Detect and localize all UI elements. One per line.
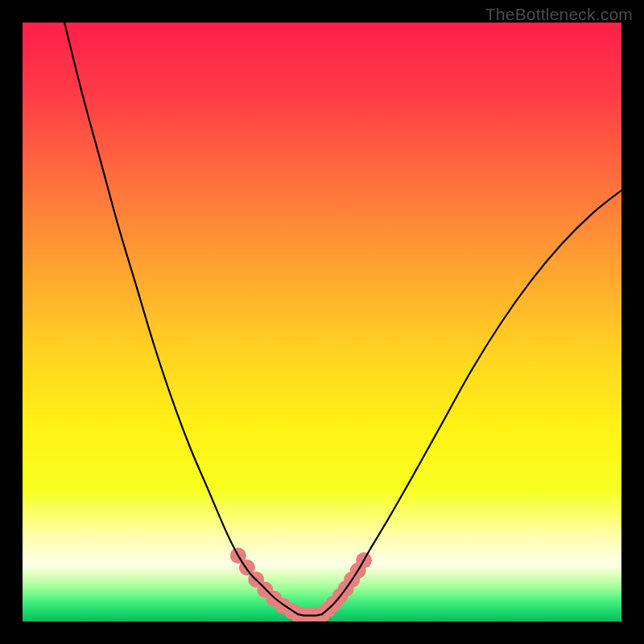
plot-area — [23, 23, 621, 621]
watermark-text: TheBottleneck.com — [485, 5, 633, 24]
gradient-background — [23, 23, 621, 621]
chart-frame: TheBottleneck.com — [0, 0, 644, 644]
bottleneck-chart — [23, 23, 621, 621]
